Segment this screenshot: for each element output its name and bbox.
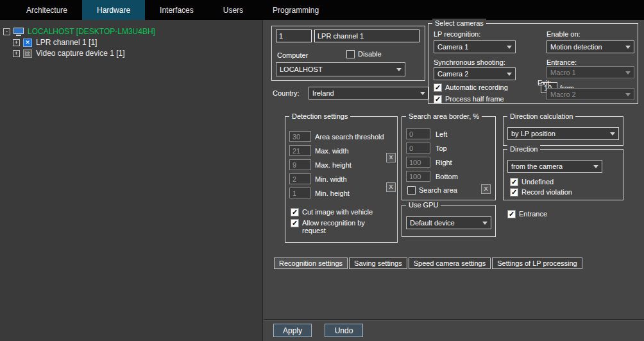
- settings-tabbar: Recognition settings Saving settings Spe…: [274, 258, 584, 269]
- enable-on-select[interactable]: Motion detection: [547, 40, 634, 53]
- entrance-macro-select[interactable]: Macro 1: [547, 66, 634, 78]
- area-search-threshold-input[interactable]: 30: [289, 131, 311, 142]
- undo-button[interactable]: Undo: [325, 324, 363, 337]
- select-cameras-group: Select cameras LP recognition: Camera 1 …: [428, 23, 638, 104]
- computer-select[interactable]: LOCALHOST: [276, 62, 405, 76]
- tree-item-lpr-channel-label: LPR channel 1 [1]: [36, 38, 97, 47]
- tree-item-video-capture-label: Video capture device 1 [1]: [36, 49, 125, 58]
- max-height-input[interactable]: 9: [289, 159, 311, 170]
- device-tree: - LOCALHOST [DESKTOP-LM3U4BH] + ✕ LPR ch…: [0, 20, 263, 341]
- tab-saving-settings[interactable]: Saving settings: [349, 258, 407, 269]
- direction-calculation-select[interactable]: by LP position: [507, 127, 619, 140]
- checkbox-checked-icon: ✓: [291, 208, 299, 216]
- menu-programming[interactable]: Programming: [258, 0, 334, 20]
- enable-on-value: Motion detection: [550, 43, 602, 51]
- menu-interfaces[interactable]: Interfaces: [145, 0, 208, 20]
- direction-select[interactable]: from the camera: [507, 160, 602, 173]
- min-height-input[interactable]: 1: [289, 188, 311, 198]
- process-half-frame-checkbox[interactable]: ✓ Process half frame: [434, 95, 504, 103]
- entrance-macro-value: Macro 1: [550, 69, 576, 76]
- checkbox-checked-icon: ✓: [434, 83, 442, 92]
- channel-name-input[interactable]: LPR channel 1: [314, 30, 419, 42]
- channel-group: 1 LPR channel 1 Computer Disable LOCALHO…: [271, 26, 425, 81]
- country-select-value: Ireland: [312, 89, 334, 97]
- automatic-recording-checkbox[interactable]: ✓ Automatic recording: [434, 83, 508, 92]
- min-height-label: Min. height: [315, 189, 350, 197]
- tree-item-localhost-label: LOCALHOST [DESKTOP-LM3U4BH]: [28, 27, 155, 36]
- footer-divider: [264, 319, 644, 320]
- search-area-label: Search area: [419, 186, 457, 195]
- min-size-pick-button[interactable]: X: [386, 182, 396, 192]
- search-area-pick-button[interactable]: X: [481, 184, 491, 194]
- dropdown-arrow-icon: [625, 93, 631, 96]
- tree-item-localhost[interactable]: - LOCALHOST [DESKTOP-LM3U4BH]: [3, 26, 155, 37]
- disable-checkbox[interactable]: Disable: [346, 50, 382, 58]
- undefined-checkbox[interactable]: ✓ Undefined: [510, 178, 554, 186]
- max-width-input[interactable]: 21: [289, 145, 311, 156]
- gpu-device-value: Default device: [410, 219, 455, 227]
- search-area-title: Search area border, %: [406, 112, 482, 121]
- dropdown-arrow-icon: [625, 46, 631, 49]
- min-width-input[interactable]: 2: [289, 173, 311, 184]
- allow-recognition-checkbox[interactable]: ✓ Allow recognition by request: [291, 219, 371, 234]
- checkbox-checked-icon: ✓: [507, 210, 516, 218]
- sync-shooting-label: Synchronous shooting:: [434, 58, 505, 66]
- detection-settings-group: Detection settings 30 Area search thresh…: [285, 116, 398, 243]
- border-bottom-input[interactable]: 100: [406, 171, 430, 182]
- expand-icon[interactable]: +: [13, 39, 20, 46]
- entrance-macro-label: Entrance:: [547, 58, 577, 66]
- tab-recognition-settings[interactable]: Recognition settings: [274, 258, 348, 269]
- sync-shooting-select[interactable]: Camera 2: [434, 67, 516, 80]
- max-size-pick-button[interactable]: X: [386, 153, 396, 162]
- lpr-settings-window: Architecture Hardware Interfaces Users P…: [0, 0, 644, 341]
- allow-recognition-label: Allow recognition by request: [302, 219, 371, 234]
- direction-group: Direction from the camera ✓ Undefined ✓ …: [503, 149, 623, 200]
- collapse-icon[interactable]: -: [3, 28, 10, 35]
- dropdown-arrow-icon: [396, 68, 402, 71]
- main-menu: Architecture Hardware Interfaces Users P…: [0, 0, 644, 20]
- entrance-label: Entrance: [519, 210, 547, 218]
- min-width-label: Min. width: [315, 175, 347, 183]
- checkbox-checked-icon: ✓: [291, 219, 299, 227]
- dropdown-arrow-icon: [507, 73, 512, 76]
- tab-speed-camera-settings[interactable]: Speed camera settings: [409, 258, 491, 269]
- menu-hardware[interactable]: Hardware: [82, 0, 145, 20]
- tree-item-lpr-channel[interactable]: + ✕ LPR channel 1 [1]: [13, 37, 97, 48]
- cut-image-checkbox[interactable]: ✓ Cut image with vehicle: [291, 208, 373, 216]
- record-violation-label: Record violation: [521, 188, 572, 197]
- direction-title: Direction: [507, 144, 540, 153]
- tree-item-video-capture[interactable]: + Video capture device 1 [1]: [13, 48, 125, 58]
- record-violation-checkbox[interactable]: ✓ Record violation: [510, 188, 572, 197]
- area-search-threshold-label: Area search threshold: [315, 133, 384, 141]
- enable-on-label: Enable on:: [547, 30, 580, 38]
- country-label: Country:: [273, 89, 300, 97]
- process-half-frame-label: Process half frame: [445, 95, 504, 103]
- gpu-device-select[interactable]: Default device: [406, 216, 491, 229]
- max-width-label: Max. width: [315, 147, 349, 155]
- country-select[interactable]: Ireland: [309, 87, 429, 100]
- lpr-channel-icon: ✕: [23, 39, 32, 47]
- checkbox-unchecked-icon: [407, 186, 416, 195]
- checkbox-checked-icon: ✓: [510, 188, 518, 197]
- exit-macro-label: Exit:: [538, 79, 551, 87]
- border-right-input[interactable]: 100: [406, 157, 430, 168]
- border-left-input[interactable]: 0: [406, 128, 430, 139]
- exit-macro-select[interactable]: Macro 2: [547, 88, 634, 100]
- direction-calculation-group: Direction calculation by LP position: [503, 116, 623, 146]
- exit-macro-value: Macro 2: [550, 91, 576, 98]
- tab-settings-of-lp-processing[interactable]: Settings of LP processing: [492, 258, 582, 269]
- expand-icon[interactable]: +: [13, 50, 20, 57]
- apply-button[interactable]: Apply: [273, 324, 312, 337]
- search-area-checkbox[interactable]: Search area: [407, 186, 457, 195]
- cut-image-label: Cut image with vehicle: [302, 208, 373, 216]
- menu-architecture[interactable]: Architecture: [12, 0, 82, 20]
- channel-number-input[interactable]: 1: [276, 30, 312, 42]
- sync-shooting-value: Camera 2: [437, 70, 468, 78]
- entrance-checkbox[interactable]: ✓ Entrance: [507, 210, 547, 218]
- menu-users[interactable]: Users: [208, 0, 258, 20]
- direction-value: from the camera: [511, 162, 563, 170]
- dropdown-arrow-icon: [593, 165, 598, 168]
- lp-recognition-select[interactable]: Camera 1: [434, 40, 516, 53]
- border-top-input[interactable]: 0: [406, 143, 430, 153]
- checkbox-checked-icon: ✓: [510, 178, 518, 186]
